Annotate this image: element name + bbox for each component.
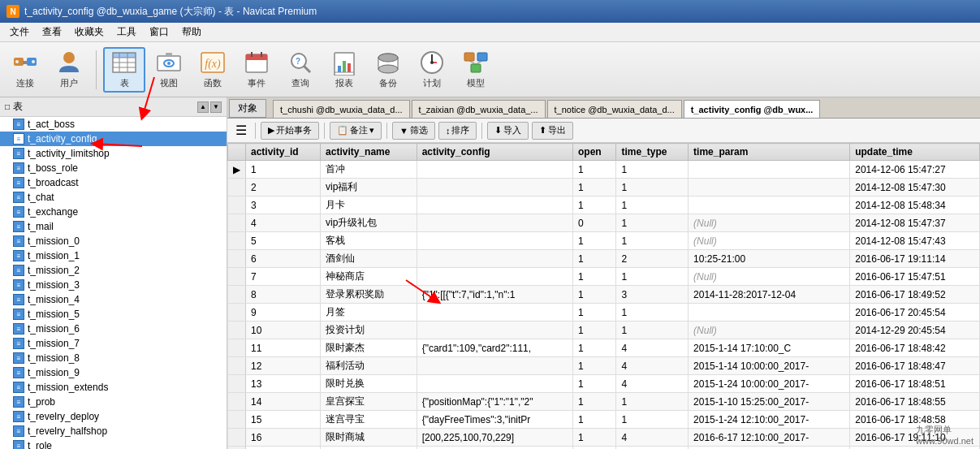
cell-time_type[interactable]: 1 [616, 179, 689, 196]
model-button[interactable]: 模型 [455, 47, 496, 93]
col-open[interactable]: open [572, 144, 615, 161]
connect-button[interactable]: 连接 [5, 47, 45, 93]
cell-id[interactable]: 8 [246, 286, 321, 304]
cell-id[interactable]: 6 [246, 250, 321, 268]
cell-id[interactable]: 4 [246, 214, 321, 232]
objects-button[interactable]: 对象 [229, 99, 266, 118]
col-activity_name[interactable]: activity_name [321, 144, 417, 161]
function-button[interactable]: f(x) 函数 [192, 47, 233, 93]
export-button[interactable]: ⬆ 导出 [532, 122, 573, 140]
sidebar-item-t_mission_1[interactable]: ≡ t_mission_1 [0, 248, 227, 263]
table-row[interactable]: 12福利活动142015-1-14 10:00:00_2017-2016-06-… [228, 357, 980, 375]
backup-button[interactable]: 备份 [368, 47, 408, 93]
sidebar-item-t_mission_7[interactable]: ≡ t_mission_7 [0, 336, 227, 351]
col-time_param[interactable]: time_param [689, 144, 850, 161]
cell-config[interactable]: {"1":[[{"t":7,"id":1,"n":1 [417, 286, 572, 304]
cell-id[interactable]: 16 [246, 429, 321, 447]
table-row[interactable]: 13限时兑换142015-1-24 10:00:00_2017-2016-06-… [228, 375, 980, 393]
tab-t_chushi[interactable]: t_chushi @db_wuxia_data_d... [273, 100, 410, 118]
table-row[interactable]: 11限时豪杰{"card1":109,"card2":111,142015-1-… [228, 339, 980, 357]
cell-config[interactable] [417, 179, 572, 196]
sidebar-item-t_activity_config[interactable]: ≡ t_activity_config [0, 132, 227, 146]
cell-name[interactable]: 客栈 [321, 232, 417, 250]
sidebar-item-t_mission_5[interactable]: ≡ t_mission_5 [0, 307, 227, 322]
cell-open[interactable]: 1 [572, 429, 615, 447]
cell-update_time[interactable]: 2016-06-17 19:11:14 [850, 250, 980, 268]
cell-id[interactable]: 15 [246, 411, 321, 429]
cell-id[interactable]: 1 [246, 161, 321, 179]
cell-config[interactable] [417, 447, 572, 450]
sidebar-item-t_chat[interactable]: ≡ t_chat [0, 190, 227, 205]
table-button[interactable]: 表 [103, 47, 145, 93]
user-button[interactable]: 用户 [49, 47, 89, 93]
tab-t_activity_config[interactable]: t_activity_config @db_wux... [684, 100, 821, 118]
cell-open[interactable]: 1 [572, 357, 615, 375]
cell-config[interactable] [417, 375, 572, 393]
sidebar-item-t_mission_6[interactable]: ≡ t_mission_6 [0, 322, 227, 336]
cell-name[interactable]: 充值回馈 [321, 447, 417, 450]
cell-name[interactable]: 月签 [321, 304, 417, 322]
cell-name[interactable]: 首冲 [321, 161, 417, 179]
cell-open[interactable]: 1 [572, 250, 615, 268]
cell-name[interactable]: 限时商城 [321, 429, 417, 447]
table-row[interactable]: 3月卡112014-12-08 15:48:34 [228, 196, 980, 214]
sort-button[interactable]: ↕ 排序 [438, 122, 477, 140]
menu-tools[interactable]: 工具 [110, 24, 143, 41]
report-button[interactable]: 报表 [324, 47, 365, 93]
table-row[interactable]: 8登录累积奖励{"1":[[{"t":7,"id":1,"n":1132014-… [228, 286, 980, 304]
cell-config[interactable]: [200,225,100,70,229] [417, 429, 572, 447]
query-button[interactable]: ? 查询 [280, 47, 321, 93]
cell-update_time[interactable]: 2016-06-17 18:48:51 [850, 375, 980, 393]
sidebar-item-t_revelry_deploy[interactable]: ≡ t_revelry_deploy [0, 409, 227, 424]
cell-open[interactable]: 1 [572, 375, 615, 393]
cell-name[interactable]: 限时豪杰 [321, 339, 417, 357]
cell-id[interactable]: 12 [246, 357, 321, 375]
cell-time_param[interactable]: 2016-6-17 12:10:00_2017- [689, 429, 850, 447]
cell-update_time[interactable]: 2016-06-17 20:45:54 [850, 304, 980, 322]
cell-open[interactable]: 1 [572, 196, 615, 214]
cell-name[interactable]: 限时兑换 [321, 375, 417, 393]
event-button[interactable]: 事件 [236, 47, 277, 93]
sidebar-item-t_mission_8[interactable]: ≡ t_mission_8 [0, 351, 227, 365]
cell-time_type[interactable]: 1 [616, 411, 689, 429]
menu-view[interactable]: 查看 [36, 24, 68, 41]
col-time_type[interactable]: time_type [616, 144, 689, 161]
cell-id[interactable]: 5 [246, 232, 321, 250]
cell-time_param[interactable] [689, 161, 850, 179]
cell-time_type[interactable]: 1 [616, 196, 689, 214]
cell-open[interactable]: 1 [572, 161, 615, 179]
cell-open[interactable]: 1 [572, 393, 615, 411]
hamburger-menu[interactable]: ☰ [232, 123, 250, 138]
sidebar-item-t_act_boss[interactable]: ≡ t_act_boss [0, 117, 227, 132]
cell-time_type[interactable]: 4 [616, 339, 689, 357]
cell-time_param[interactable]: (Null) [689, 322, 850, 339]
cell-update_time[interactable]: 2014-12-08 15:47:30 [850, 179, 980, 196]
cell-time_param[interactable]: 2015-1-10 15:25:00_2017- [689, 393, 850, 411]
sidebar-item-t_mission_extends[interactable]: ≡ t_mission_extends [0, 380, 227, 395]
col-activity_config[interactable]: activity_config [417, 144, 572, 161]
cell-time_type[interactable]: 1 [616, 232, 689, 250]
cell-id[interactable]: 13 [246, 375, 321, 393]
cell-time_type[interactable]: 3 [616, 286, 689, 304]
cell-update_time[interactable]: 2014-12-08 15:47:37 [850, 214, 980, 232]
cell-time_type[interactable]: 1 [616, 304, 689, 322]
cell-open[interactable]: 1 [572, 411, 615, 429]
sidebar-item-t_mail[interactable]: ≡ t_mail [0, 219, 227, 234]
table-row[interactable]: 10投资计划11(Null)2014-12-29 20:45:54 [228, 322, 980, 339]
cell-open[interactable]: 1 [572, 179, 615, 196]
cell-time_param[interactable]: 10:25-21:00 [689, 250, 850, 268]
cell-id[interactable]: 11 [246, 339, 321, 357]
tab-t_notice[interactable]: t_notice @db_wuxia_data_d... [547, 100, 682, 118]
cell-time_param[interactable]: (Null) [689, 214, 850, 232]
cell-id[interactable]: 10 [246, 322, 321, 339]
cell-open[interactable]: 0 [572, 214, 615, 232]
cell-id[interactable]: 14 [246, 393, 321, 411]
cell-open[interactable]: 1 [572, 268, 615, 286]
cell-time_param[interactable] [689, 196, 850, 214]
view-button[interactable]: 视图 [149, 47, 189, 93]
cell-name[interactable]: 投资计划 [321, 322, 417, 339]
cell-name[interactable]: 迷宫寻宝 [321, 411, 417, 429]
cell-time_type[interactable]: 4 [616, 375, 689, 393]
sidebar-item-t_mission_4[interactable]: ≡ t_mission_4 [0, 292, 227, 307]
cell-open[interactable]: 1 [572, 232, 615, 250]
